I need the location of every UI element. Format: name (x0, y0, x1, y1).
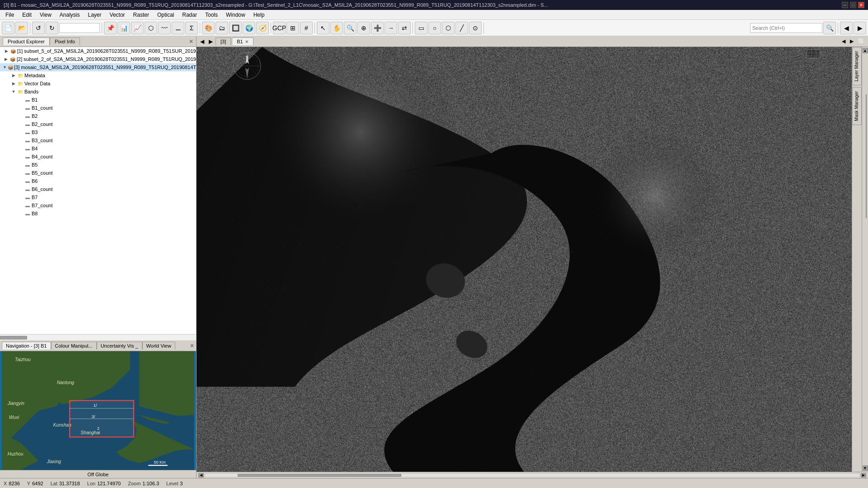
pixel-overlay-button[interactable]: ⊞ (286, 22, 299, 34)
vscroll-thumb[interactable] (866, 94, 867, 218)
hscroll-track[interactable] (205, 474, 860, 477)
draw-point-button[interactable]: ⊙ (469, 22, 482, 34)
tab-pixel-info[interactable]: Pixel Info (50, 37, 80, 45)
sync-button[interactable]: ⇄ (398, 22, 411, 34)
expander-bands[interactable]: ▼ (11, 89, 16, 94)
tree-hscrollbar[interactable] (0, 334, 196, 340)
tab-colour-manip[interactable]: Colour Manipul... (51, 342, 97, 349)
tab-nav-left[interactable]: ◀ (198, 38, 206, 45)
tree-item-b7[interactable]: ▬ B7 (0, 193, 196, 201)
tab-bar-btn-maximize[interactable]: ⬜ (856, 38, 866, 44)
tree-item-b3[interactable]: ▬ B3 (0, 128, 196, 136)
menu-tools[interactable]: Tools (202, 11, 221, 19)
menu-help[interactable]: Help (250, 11, 268, 19)
select-tool[interactable]: ↖ (317, 22, 329, 34)
tree-item-bands[interactable]: ▼ 📁 Bands (0, 88, 196, 96)
tab-bar-btn-right[interactable]: ▶ (848, 38, 855, 44)
tab-b1[interactable]: B1 ✕ (232, 37, 253, 45)
draw-polygon-button[interactable]: ⬡ (442, 22, 455, 34)
expander-subset1[interactable]: ▶ (4, 48, 9, 54)
redo-button[interactable]: ↻ (46, 22, 58, 34)
expander-subset2[interactable]: ▶ (4, 56, 9, 62)
tree-item-b5count[interactable]: ▬ B5_count (0, 169, 196, 177)
tree-item-b4[interactable]: ▬ B4 (0, 144, 196, 153)
menu-raster[interactable]: Raster (130, 11, 153, 19)
side-tab-mask-manager[interactable]: Mask Manager (852, 87, 862, 125)
world-map-button[interactable]: 🌍 (243, 22, 255, 34)
tree-item-b6[interactable]: ▬ B6 (0, 177, 196, 185)
tree-item-b2count[interactable]: ▬ B2_count (0, 120, 196, 128)
minimize-button[interactable]: ─ (842, 2, 848, 8)
search-input[interactable] (750, 23, 822, 33)
tree-item-vectordata[interactable]: ▶ 📁 Vector Data (0, 79, 196, 88)
tab-world-view[interactable]: World View (142, 342, 175, 349)
spectrum-button[interactable]: Σ (185, 22, 198, 34)
maximize-button[interactable]: □ (850, 2, 856, 8)
nav-window-button[interactable]: 🧭 (256, 22, 269, 34)
nav-panel-close[interactable]: ✕ (190, 343, 194, 349)
hscroll-thumb[interactable] (238, 474, 401, 477)
zoom-out-button[interactable]: ➕ (371, 22, 384, 34)
vscrollbar[interactable]: ▲ ▼ (862, 47, 868, 472)
statistics-button[interactable]: 📊 (117, 22, 130, 34)
tree-item-b1[interactable]: ▬ B1 (0, 96, 196, 104)
tree-item-b1count[interactable]: ▬ B1_count (0, 104, 196, 112)
zoom-fit-button[interactable]: ⊕ (357, 22, 370, 34)
expander-metadata[interactable]: ▶ (11, 73, 16, 78)
tab-3[interactable]: [3] (216, 37, 231, 45)
draw-ellipse-button[interactable]: ○ (428, 22, 441, 34)
coord-input[interactable]: 1133/532380 (59, 23, 100, 33)
draw-line-button[interactable]: ╱ (455, 22, 468, 34)
graticule-button[interactable]: # (300, 22, 313, 34)
vscroll-up[interactable]: ▲ (863, 48, 868, 53)
hscroll-left[interactable]: ◀ (198, 473, 204, 478)
hscrollbar[interactable]: ◀ ▶ (197, 472, 868, 478)
mask-manager-button[interactable]: 🔲 (229, 22, 242, 34)
gcp-button[interactable]: GCP (273, 22, 286, 34)
menu-vector[interactable]: Vector (106, 11, 129, 19)
satellite-image-container[interactable]: N (197, 47, 852, 472)
tree-item-b7count[interactable]: ▬ B7_count (0, 201, 196, 209)
pan-tool[interactable]: ✋ (330, 22, 343, 34)
vscroll-down[interactable]: ▼ (863, 465, 868, 471)
expander-mosaic[interactable]: ▼ (3, 65, 7, 70)
menu-edit[interactable]: Edit (19, 11, 35, 19)
collapse-right-button[interactable]: ▶ (854, 22, 866, 34)
menu-file[interactable]: File (2, 11, 18, 19)
draw-rect-button[interactable]: ▭ (415, 22, 427, 34)
tree-item-subset2[interactable]: ▶ 📦 [2] subset_2_of_S2A_MSIL2A_20190628T… (0, 55, 196, 63)
menu-analysis[interactable]: Analysis (56, 11, 84, 19)
tree-item-b6count[interactable]: ▬ B6_count (0, 185, 196, 193)
tab-product-explorer[interactable]: Product Explorer (3, 37, 50, 45)
menu-radar[interactable]: Radar (178, 11, 201, 19)
menu-optical[interactable]: Optical (154, 11, 178, 19)
color-manip-button[interactable]: 🎨 (202, 22, 215, 34)
panel-close-button[interactable]: ✕ (189, 38, 193, 45)
tab-bar-btn-left[interactable]: ◀ (840, 38, 847, 44)
tree-item-b4count[interactable]: ▬ B4_count (0, 153, 196, 161)
image-view[interactable]: N Layer Manager Mask Manager (197, 47, 868, 472)
tab-nav-right[interactable]: ▶ (207, 38, 215, 45)
tab-b1-close[interactable]: ✕ (245, 39, 249, 44)
tree-item-b3count[interactable]: ▬ B3_count (0, 136, 196, 144)
tree-item-subset1[interactable]: ▶ 📦 [1] subset_5_of_S2A_MSIL2A_20190628T… (0, 47, 196, 55)
zoom-in-button[interactable]: 🔍 (344, 22, 357, 34)
menu-window[interactable]: Window (222, 11, 249, 19)
tree-view[interactable]: ▶ 📦 [1] subset_5_of_S2A_MSIL2A_20190628T… (0, 47, 196, 334)
tree-item-mosaic[interactable]: ▼ 📦 [3] mosaic_S2A_MSIL2A_20190628T02355… (0, 63, 196, 71)
search-button[interactable]: 🔍 (823, 22, 836, 34)
nav-map[interactable]: Taizhou Nantong Jiangyin Wuxi Kunshan Sh… (0, 351, 196, 470)
histogram-button[interactable]: 📈 (131, 22, 144, 34)
tree-item-b5[interactable]: ▬ B5 (0, 161, 196, 169)
collapse-left-button[interactable]: ◀ (840, 22, 853, 34)
expander-vectordata[interactable]: ▶ (11, 81, 16, 86)
undo-button[interactable]: ↺ (32, 22, 45, 34)
menu-layer[interactable]: Layer (84, 11, 105, 19)
tree-item-b2[interactable]: ▬ B2 (0, 112, 196, 120)
side-tab-layer-manager[interactable]: Layer Manager (852, 47, 862, 85)
new-product-button[interactable]: 📄 (2, 22, 14, 34)
tree-item-b8[interactable]: ▬ B8 (0, 209, 196, 218)
close-button[interactable]: ✕ (858, 2, 864, 8)
open-button[interactable]: 📂 (15, 22, 28, 34)
menu-view[interactable]: View (36, 11, 55, 19)
